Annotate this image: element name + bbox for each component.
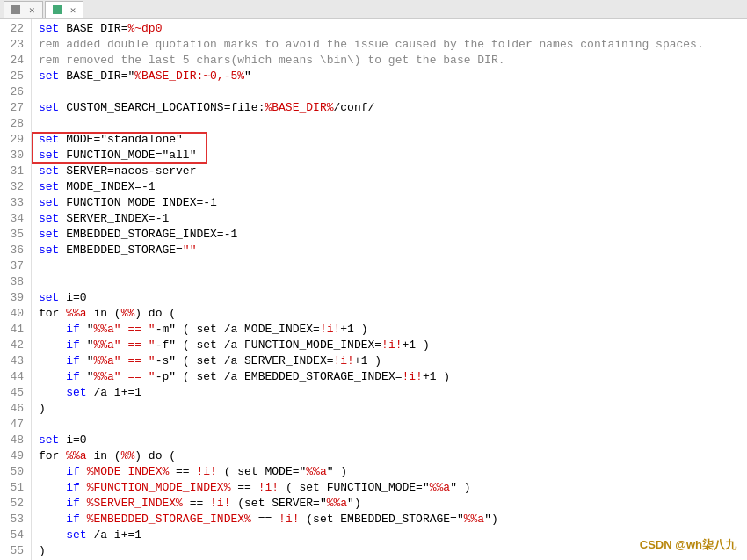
code-line: rem removed the last 5 chars(which means…: [39, 53, 747, 69]
line-number: 52: [4, 496, 24, 512]
code-line: [39, 258, 747, 274]
line-number: 32: [4, 179, 24, 195]
line-number: 24: [4, 53, 24, 69]
code-line: set FUNCTION_MODE_INDEX=-1: [39, 195, 747, 211]
code-line: for %%a in (%%) do (: [39, 448, 747, 464]
code-line: set MODE="standalone": [39, 132, 747, 148]
code-line: set FUNCTION_MODE="all": [39, 148, 747, 164]
line-number: 48: [4, 433, 24, 448]
code-line: set i=0: [39, 433, 747, 448]
line-number: 30: [4, 148, 24, 164]
line-number: 40: [4, 306, 24, 322]
code-line: set SERVER=nacos-server: [39, 164, 747, 179]
line-number: 53: [4, 512, 24, 527]
code-line: if "%%a" == "-p" ( set /a EMBEDDED_STORA…: [39, 369, 747, 385]
watermark: CSDN @wh柒八九: [640, 537, 736, 553]
tab-properties[interactable]: ✕: [4, 1, 43, 18]
line-number: 34: [4, 211, 24, 227]
line-number: 22: [4, 21, 24, 37]
line-number: 51: [4, 480, 24, 496]
code-line: set MODE_INDEX=-1: [39, 179, 747, 195]
line-number: 35: [4, 227, 24, 243]
line-numbers: 2223242526272829303132333435363738394041…: [0, 19, 32, 560]
line-number: 23: [4, 37, 24, 53]
code-line: [39, 116, 747, 132]
properties-file-icon: [11, 5, 20, 14]
code-line: set BASE_DIR="%BASE_DIR:~0,-5%": [39, 69, 747, 84]
line-number: 41: [4, 322, 24, 338]
line-number: 54: [4, 527, 24, 543]
line-number: 47: [4, 417, 24, 433]
code-line: for %%a in (%%) do (: [39, 306, 747, 322]
code-line: set i=0: [39, 290, 747, 306]
line-number: 27: [4, 100, 24, 116]
code-line: set BASE_DIR=%~dp0: [39, 21, 747, 37]
line-number: 45: [4, 385, 24, 401]
code-line: if "%%a" == "-s" ( set /a SERVER_INDEX=!…: [39, 353, 747, 369]
editor-area: 2223242526272829303132333435363738394041…: [0, 19, 747, 560]
line-number: 25: [4, 69, 24, 84]
code-line: if %EMBEDDED_STORAGE_INDEX% == !i! (set …: [39, 512, 747, 527]
line-number: 49: [4, 448, 24, 464]
line-number: 26: [4, 84, 24, 100]
line-number: 43: [4, 353, 24, 369]
tab-bar: ✕ ✕: [0, 0, 747, 19]
code-line: if "%%a" == "-f" ( set /a FUNCTION_MODE_…: [39, 338, 747, 353]
code-line: [39, 84, 747, 100]
tab-cmd-close[interactable]: ✕: [70, 4, 76, 16]
code-area[interactable]: set BASE_DIR=%~dp0rem added double quota…: [32, 19, 747, 560]
line-number: 28: [4, 116, 24, 132]
code-line: set EMBEDDED_STORAGE_INDEX=-1: [39, 227, 747, 243]
line-number: 42: [4, 338, 24, 353]
code-line: ): [39, 401, 747, 417]
line-number: 44: [4, 369, 24, 385]
tab-cmd[interactable]: ✕: [45, 1, 84, 18]
line-number: 33: [4, 195, 24, 211]
code-line: set SERVER_INDEX=-1: [39, 211, 747, 227]
code-line: set CUSTOM_SEARCH_LOCATIONS=file:%BASE_D…: [39, 100, 747, 116]
line-number: 31: [4, 164, 24, 179]
line-number: 37: [4, 258, 24, 274]
code-line: [39, 417, 747, 433]
code-line: if %MODE_INDEX% == !i! ( set MODE="%%a" …: [39, 464, 747, 480]
line-number: 29: [4, 132, 24, 148]
code-line: [39, 274, 747, 290]
line-number: 55: [4, 543, 24, 559]
line-number: 39: [4, 290, 24, 306]
line-number: 38: [4, 274, 24, 290]
code-line: rem added double quotation marks to avoi…: [39, 37, 747, 53]
tab-properties-close[interactable]: ✕: [29, 4, 35, 16]
code-line: if "%%a" == "-m" ( set /a MODE_INDEX=!i!…: [39, 322, 747, 338]
code-line: if %FUNCTION_MODE_INDEX% == !i! ( set FU…: [39, 480, 747, 496]
line-number: 46: [4, 401, 24, 417]
line-number: 36: [4, 243, 24, 258]
code-line: if %SERVER_INDEX% == !i! (set SERVER="%%…: [39, 496, 747, 512]
code-line: set /a i+=1: [39, 385, 747, 401]
cmd-file-icon: [53, 5, 62, 14]
line-number: 50: [4, 464, 24, 480]
code-line: set EMBEDDED_STORAGE="": [39, 243, 747, 258]
